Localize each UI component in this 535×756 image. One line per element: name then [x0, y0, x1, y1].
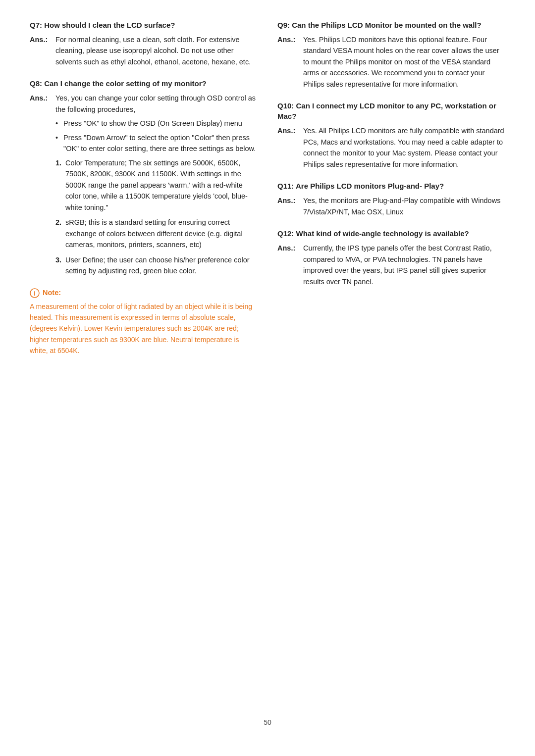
q9-label: Q9:: [277, 21, 290, 29]
q11-answer-text: Yes, the monitors are Plug-and-Play comp…: [303, 195, 505, 217]
note-text: A measurement of the color of light radi…: [30, 301, 258, 356]
question-q11: Q11: Are Philips LCD monitors Plug-and- …: [277, 181, 505, 191]
answer-q9: Ans.: Yes. Philips LCD monitors have thi…: [277, 34, 505, 90]
q7-label: Q7:: [30, 21, 42, 29]
answer-q11: Ans.: Yes, the monitors are Plug-and-Pla…: [277, 195, 505, 217]
note-icon: i: [30, 288, 40, 298]
svg-text:i: i: [34, 290, 36, 297]
q7-ans-label: Ans.:: [30, 34, 48, 45]
note-block: i Note: A measurement of the color of li…: [30, 287, 258, 356]
q12-ans-label: Ans.:: [277, 243, 295, 253]
question-q8: Q8: Can I change the color setting of my…: [30, 78, 258, 89]
note-label: Note:: [43, 287, 61, 299]
q10-ans-label: Ans.:: [277, 125, 295, 136]
q9-ans-label: Ans.:: [277, 34, 295, 45]
answer-q12: Ans.: Currently, the IPS type panels off…: [277, 243, 505, 287]
q8-text: Can I change the color setting of my mon…: [44, 79, 207, 88]
question-q10: Q10: Can I connect my LCD monitor to any…: [277, 101, 505, 121]
right-column: Q9: Can the Philips LCD Monitor be mount…: [277, 20, 505, 704]
answer-q7: Ans.: For normal cleaning, use a clean, …: [30, 34, 258, 67]
q8-item-3: User Define; the user can choose his/her…: [55, 254, 258, 277]
q8-numbered-list: Color Temperature; The six settings are …: [55, 157, 258, 277]
q8-item-1: Color Temperature; The six settings are …: [55, 157, 258, 213]
page-number: 50: [30, 718, 505, 726]
two-column-layout: Q7: How should I clean the LCD surface? …: [30, 20, 505, 704]
q8-ans-label: Ans.:: [30, 93, 48, 103]
q8-item-2: sRGB; this is a standard setting for ens…: [55, 217, 258, 250]
q8-bullet-1: Press "OK" to show the OSD (On Screen Di…: [55, 118, 258, 129]
q8-label: Q8:: [30, 79, 42, 88]
q11-ans-label: Ans.:: [277, 195, 295, 206]
q10-answer-text: Yes. All Philips LCD monitors are fully …: [303, 125, 505, 170]
question-q7: Q7: How should I clean the LCD surface?: [30, 20, 258, 30]
q12-answer-text: Currently, the IPS type panels offer the…: [303, 243, 505, 287]
q8-answer-intro: Yes, you can change your color setting t…: [55, 93, 258, 115]
left-column: Q7: How should I clean the LCD surface? …: [30, 20, 258, 704]
q12-text: What kind of wide-angle technology is av…: [296, 229, 469, 238]
q10-label: Q10:: [277, 101, 294, 110]
answer-q8: Ans.: Yes, you can change your color set…: [30, 93, 258, 276]
qa-block-q11: Q11: Are Philips LCD monitors Plug-and- …: [277, 181, 505, 217]
qa-block-q8: Q8: Can I change the color setting of my…: [30, 78, 258, 276]
q7-answer-text: For normal cleaning, use a clean, soft c…: [55, 34, 258, 67]
qa-block-q10: Q10: Can I connect my LCD monitor to any…: [277, 101, 505, 170]
q9-answer-text: Yes. Philips LCD monitors have this opti…: [303, 34, 505, 90]
q11-text: Are Philips LCD monitors Plug-and- Play?: [296, 182, 444, 190]
q9-text: Can the Philips LCD Monitor be mounted o…: [292, 21, 482, 29]
question-q12: Q12: What kind of wide-angle technology …: [277, 228, 505, 239]
note-header: i Note:: [30, 287, 258, 299]
q12-label: Q12:: [277, 229, 294, 238]
question-q9: Q9: Can the Philips LCD Monitor be mount…: [277, 20, 505, 30]
qa-block-q9: Q9: Can the Philips LCD Monitor be mount…: [277, 20, 505, 90]
q7-text: How should I clean the LCD surface?: [44, 21, 175, 29]
answer-q10: Ans.: Yes. All Philips LCD monitors are …: [277, 125, 505, 170]
q8-bullet-list: Press "OK" to show the OSD (On Screen Di…: [55, 118, 258, 154]
q8-bullet-2: Press "Down Arrow" to select the option …: [55, 132, 258, 154]
qa-block-q7: Q7: How should I clean the LCD surface? …: [30, 20, 258, 67]
q10-text: Can I connect my LCD monitor to any PC, …: [277, 101, 496, 120]
qa-block-q12: Q12: What kind of wide-angle technology …: [277, 228, 505, 287]
page-container: Q7: How should I clean the LCD surface? …: [0, 0, 535, 756]
q11-label: Q11:: [277, 182, 294, 190]
